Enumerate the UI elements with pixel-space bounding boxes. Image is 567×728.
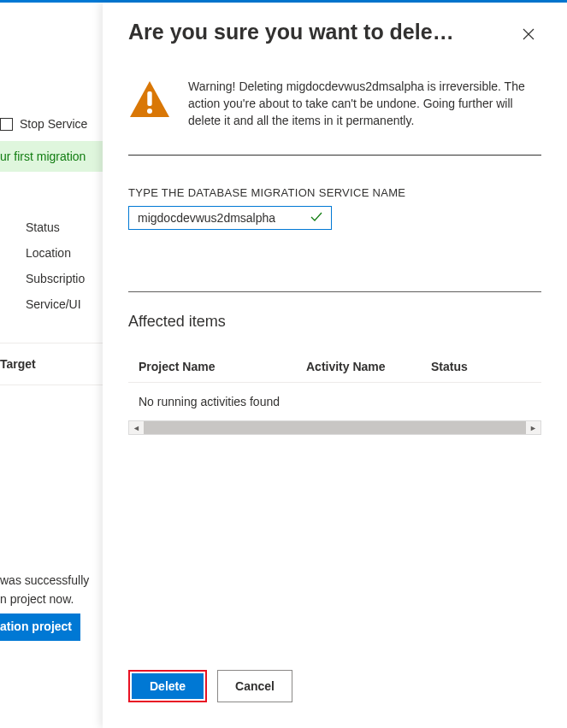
close-button[interactable] <box>516 21 541 47</box>
empty-table-message: No running activities found <box>128 383 541 420</box>
info-row-service: Service/UI <box>26 291 103 317</box>
svg-rect-0 <box>147 91 151 106</box>
affected-items-table-header: Project Name Activity Name Status <box>128 351 541 383</box>
horizontal-scrollbar[interactable]: ◄ ► <box>128 420 541 435</box>
background-page: Stop Service ur first migration Status L… <box>0 3 103 728</box>
info-row-status: Status <box>26 214 103 240</box>
column-status: Status <box>431 360 531 373</box>
scroll-right-arrow[interactable]: ► <box>526 421 540 434</box>
column-activity-name: Activity Name <box>306 360 431 373</box>
scroll-thumb[interactable] <box>144 421 526 434</box>
scroll-left-arrow[interactable]: ◄ <box>129 421 144 434</box>
warning-icon <box>128 79 171 121</box>
confirm-name-label: TYPE THE DATABASE MIGRATION SERVICE NAME <box>128 186 541 199</box>
target-column-header: Target <box>0 343 103 385</box>
confirm-name-field[interactable] <box>128 206 332 230</box>
delete-button[interactable]: Delete <box>132 673 204 699</box>
create-migration-project-button[interactable]: ation project <box>0 614 80 641</box>
delete-confirmation-panel: Are you sure you want to dele… Warning! … <box>103 3 567 728</box>
panel-title: Are you sure you want to dele… <box>128 20 505 44</box>
divider <box>128 291 541 292</box>
success-banner: ur first migration <box>0 141 103 172</box>
svg-point-1 <box>147 109 152 114</box>
stop-icon <box>0 118 13 131</box>
stop-service-button[interactable]: Stop Service <box>0 114 103 141</box>
close-icon <box>523 28 535 40</box>
column-project-name: Project Name <box>139 360 306 373</box>
info-row-location: Location <box>26 240 103 266</box>
checkmark-icon <box>310 212 322 225</box>
affected-items-heading: Affected items <box>128 313 541 331</box>
confirm-name-input[interactable] <box>138 211 300 225</box>
divider <box>128 155 541 156</box>
stop-service-label: Stop Service <box>20 117 87 131</box>
warning-message: Warning! Deleting migdocdevwus2dmsalpha … <box>188 78 541 129</box>
cancel-button[interactable]: Cancel <box>217 670 292 702</box>
info-row-subscription: Subscriptio <box>26 266 103 291</box>
delete-button-highlight: Delete <box>128 670 207 702</box>
success-message: was successfully n project now. <box>0 571 89 608</box>
